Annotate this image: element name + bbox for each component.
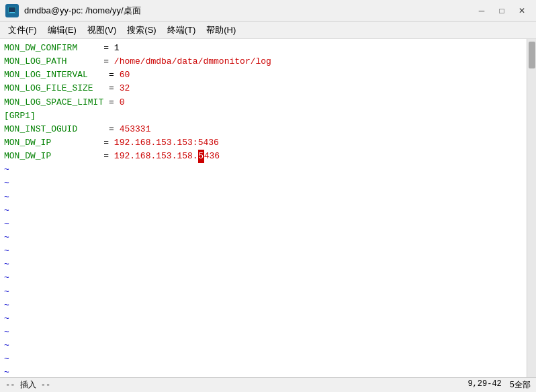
window-controls: ─ □ ✕ (473, 4, 531, 17)
line-2: MON_LOG_PATH = /home/dmdba/data/dmmonito… (4, 55, 523, 68)
status-mode: -- 插入 -- (5, 379, 50, 391)
cursor: 5 (198, 150, 204, 163)
menu-edit[interactable]: 编辑(E) (42, 23, 82, 38)
status-right: 9,29-42 5全部 (467, 379, 531, 391)
tilde-9: ~ (4, 271, 523, 285)
editor-wrapper: MON_DW_CONFIRM = 1 MON_LOG_PATH = /home/… (0, 39, 536, 377)
tilde-14: ~ (4, 339, 523, 352)
status-extra: 5全部 (510, 379, 531, 391)
tilde-13: ~ (4, 326, 523, 339)
menu-help[interactable]: 帮助(H) (201, 23, 241, 38)
menu-search[interactable]: 搜索(S) (122, 23, 161, 38)
status-position: 9,29-42 (467, 379, 501, 391)
svg-rect-2 (9, 12, 15, 13)
tilde-11: ~ (4, 299, 523, 312)
close-button[interactable]: ✕ (513, 4, 531, 17)
tilde-7: ~ (4, 244, 523, 258)
status-bar: -- 插入 -- 9,29-42 5全部 (0, 377, 536, 392)
menu-bar: 文件(F) 编辑(E) 视图(V) 搜索(S) 终端(T) 帮助(H) (0, 21, 536, 39)
tilde-6: ~ (4, 231, 523, 244)
line-7: MON_INST_OGUID = 453331 (4, 123, 523, 136)
tilde-12: ~ (4, 312, 523, 326)
line-4: MON_LOG_FILE_SIZE = 32 (4, 82, 523, 95)
tilde-10: ~ (4, 285, 523, 299)
svg-rect-1 (9, 7, 15, 13)
line-9: MON_DW_IP = 192.168.153.158.5436 (4, 150, 523, 163)
title-bar: dmdba@yy-pc: /home/yy/桌面 ─ □ ✕ (0, 0, 536, 21)
line-3: MON_LOG_INTERVAL = 60 (4, 68, 523, 82)
tilde-3: ~ (4, 191, 523, 204)
menu-file[interactable]: 文件(F) (3, 23, 42, 38)
minimize-button[interactable]: ─ (473, 4, 490, 17)
window-title: dmdba@yy-pc: /home/yy/桌面 (24, 5, 473, 17)
line-5: MON_LOG_SPACE_LIMIT = 0 (4, 96, 523, 109)
line-8: MON_DW_IP = 192.168.153.153:5436 (4, 136, 523, 150)
menu-terminal[interactable]: 终端(T) (162, 23, 202, 38)
tilde-5: ~ (4, 217, 523, 231)
tilde-2: ~ (4, 177, 523, 190)
tilde-1: ~ (4, 163, 523, 177)
menu-view[interactable]: 视图(V) (82, 23, 122, 38)
scrollbar-thumb[interactable] (529, 42, 535, 68)
line-6: [GRP1] (4, 109, 523, 123)
scrollbar-right[interactable] (527, 39, 536, 377)
tilde-4: ~ (4, 204, 523, 217)
tilde-8: ~ (4, 258, 523, 271)
line-1: MON_DW_CONFIRM = 1 (4, 42, 523, 55)
maximize-button[interactable]: □ (493, 4, 510, 17)
editor-content[interactable]: MON_DW_CONFIRM = 1 MON_LOG_PATH = /home/… (0, 39, 527, 377)
tilde-15: ~ (4, 352, 523, 366)
tilde-16: ~ (4, 366, 523, 377)
app-icon (5, 4, 19, 17)
